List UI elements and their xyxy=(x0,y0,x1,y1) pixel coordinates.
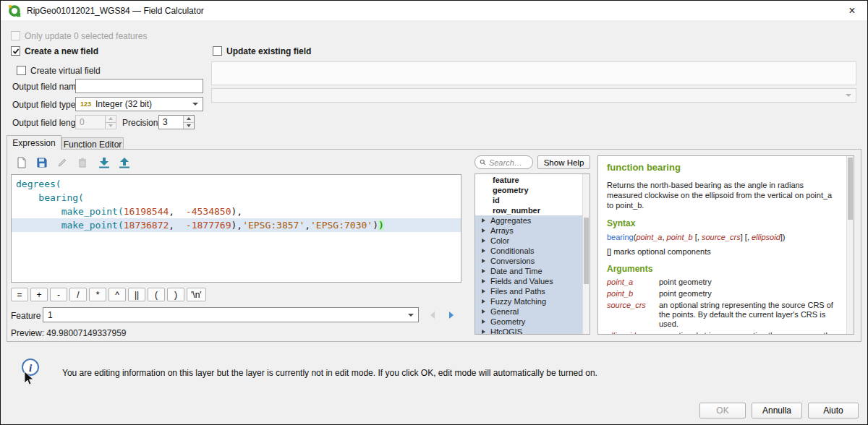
operator-button[interactable]: = xyxy=(11,288,28,301)
checkbox-label: Create virtual field xyxy=(30,66,101,76)
function-tree-panel: featuregeometryidrow_numberAggregatesArr… xyxy=(475,173,590,335)
tree-item-geometry[interactable]: geometry xyxy=(475,185,582,195)
output-field-type-label: Output field type xyxy=(12,100,75,110)
arrow-left-icon xyxy=(428,311,437,319)
expand-icon[interactable] xyxy=(482,289,485,293)
spin-buttons[interactable] xyxy=(183,116,194,129)
show-help-button[interactable]: Show Help xyxy=(537,155,590,169)
help-title: function bearing xyxy=(607,162,838,173)
tree-group-aggregates[interactable]: Aggregates xyxy=(475,215,582,226)
function-tree: featuregeometryidrow_numberAggregatesArr… xyxy=(475,175,582,335)
arguments-heading: Arguments xyxy=(607,264,838,274)
operator-button[interactable]: ) xyxy=(167,288,184,301)
expand-icon[interactable] xyxy=(482,319,485,324)
field-calculator-dialog: RipGeo01012021_WGS84 — Field Calculator … xyxy=(0,0,868,425)
expand-icon[interactable] xyxy=(482,269,485,273)
checkbox-label: Create a new field xyxy=(25,46,98,56)
tree-scrollbar[interactable] xyxy=(582,174,590,334)
syntax-heading: Syntax xyxy=(607,218,838,228)
code-line[interactable]: make_point(18736872, -1877769),'EPSG:385… xyxy=(12,218,461,232)
ok-button[interactable]: OK xyxy=(699,403,746,418)
spin-up-button[interactable] xyxy=(184,116,194,122)
tree-group-general[interactable]: General xyxy=(475,306,582,317)
expand-icon[interactable] xyxy=(482,279,485,283)
scrollbar-thumb[interactable] xyxy=(584,218,589,284)
tree-item-row_number[interactable]: row_number xyxy=(475,205,582,215)
tree-item-id[interactable]: id xyxy=(475,195,582,205)
feature-combo[interactable]: 1 xyxy=(43,307,419,322)
new-expression-button[interactable] xyxy=(12,154,31,171)
operator-button[interactable]: || xyxy=(128,288,145,301)
code-line[interactable]: make_point(16198544, -4534850), xyxy=(12,205,461,218)
spin-down-button xyxy=(106,122,116,129)
create-new-field-checkbox[interactable]: Create a new field xyxy=(11,46,98,56)
expand-icon[interactable] xyxy=(482,239,485,243)
chevron-down-icon xyxy=(408,314,414,317)
operator-button[interactable]: ( xyxy=(148,288,165,301)
code-line[interactable]: degrees( xyxy=(12,177,461,191)
expand-icon[interactable] xyxy=(482,299,485,304)
tree-group-conversions[interactable]: Conversions xyxy=(475,256,582,266)
expand-icon[interactable] xyxy=(482,309,485,314)
search-icon xyxy=(480,158,486,166)
expand-icon[interactable] xyxy=(482,330,485,334)
cancel-button[interactable]: Annulla xyxy=(752,403,802,418)
expand-icon[interactable] xyxy=(482,249,485,253)
tree-item-feature[interactable]: feature xyxy=(475,175,582,185)
help-scrollbar[interactable] xyxy=(846,156,854,334)
expand-icon[interactable] xyxy=(482,259,485,263)
syntax-function-link[interactable]: bearing xyxy=(607,233,634,241)
tree-group-fields-and-values[interactable]: Fields and Values xyxy=(475,276,582,286)
operator-button[interactable]: - xyxy=(50,288,67,301)
operator-button[interactable]: + xyxy=(30,288,48,301)
checkbox-box[interactable] xyxy=(11,46,20,56)
checkbox-box xyxy=(11,31,20,40)
arrow-right-icon xyxy=(447,311,456,319)
tree-group-date-and-time[interactable]: Date and Time xyxy=(475,266,582,276)
operator-button[interactable]: * xyxy=(89,288,106,301)
tree-group-geometry[interactable]: Geometry xyxy=(475,317,582,327)
expression-code[interactable]: degrees( bearing( make_point(16198544, -… xyxy=(11,174,461,283)
import-expression-button[interactable] xyxy=(95,154,114,171)
expand-icon[interactable] xyxy=(482,228,485,233)
tree-group-fuzzy-matching[interactable]: Fuzzy Matching xyxy=(475,296,582,306)
spin-down-button[interactable] xyxy=(184,122,194,129)
tree-group-label: Arrays xyxy=(490,226,514,235)
output-field-name-label: Output field name xyxy=(12,82,81,92)
search-input[interactable] xyxy=(489,158,528,167)
checkbox-label: Update existing field xyxy=(226,46,311,56)
syntax-text: [, xyxy=(693,233,702,241)
output-field-type-combo[interactable]: 123 Integer (32 bit) xyxy=(75,97,203,111)
precision-spin[interactable]: 3 xyxy=(158,115,195,129)
next-feature-button[interactable] xyxy=(443,307,459,322)
tree-group-color[interactable]: Color xyxy=(475,236,582,246)
expand-icon[interactable] xyxy=(482,218,485,223)
checkbox-box[interactable] xyxy=(17,66,26,75)
tree-group-label: Geometry xyxy=(490,317,525,326)
checkbox-box[interactable] xyxy=(213,46,222,56)
tree-group-label: Conversions xyxy=(490,257,535,265)
update-existing-field-checkbox[interactable]: Update existing field xyxy=(213,46,311,56)
tab-expression[interactable]: Expression xyxy=(7,135,61,150)
tree-group-files-and-paths[interactable]: Files and Paths xyxy=(475,286,582,296)
scrollbar-thumb[interactable] xyxy=(848,158,853,220)
tree-group-label: HfcQGIS xyxy=(490,327,522,335)
spin-buttons xyxy=(105,116,116,129)
help-button[interactable]: Aiuto xyxy=(808,403,859,418)
operator-button[interactable]: '\n' xyxy=(187,288,206,301)
code-line[interactable]: bearing( xyxy=(12,191,461,205)
operator-button[interactable]: ^ xyxy=(109,288,126,301)
save-expression-button[interactable] xyxy=(33,154,51,171)
tree-group-arrays[interactable]: Arrays xyxy=(475,226,582,236)
tree-group-conditionals[interactable]: Conditionals xyxy=(475,246,582,256)
operator-button[interactable]: / xyxy=(69,288,87,301)
code-token: make_point xyxy=(61,206,118,217)
close-button[interactable]: × xyxy=(844,5,860,17)
tab-function-editor[interactable]: Function Editor xyxy=(61,137,124,150)
export-expression-button[interactable] xyxy=(115,154,134,171)
tree-group-hfcqgis[interactable]: HfcQGIS xyxy=(475,327,582,335)
function-search[interactable] xyxy=(475,155,533,169)
output-field-name-input[interactable] xyxy=(75,79,203,93)
preview-value: 49.98007149337959 xyxy=(46,328,126,338)
create-virtual-field-checkbox[interactable]: Create virtual field xyxy=(17,65,101,76)
